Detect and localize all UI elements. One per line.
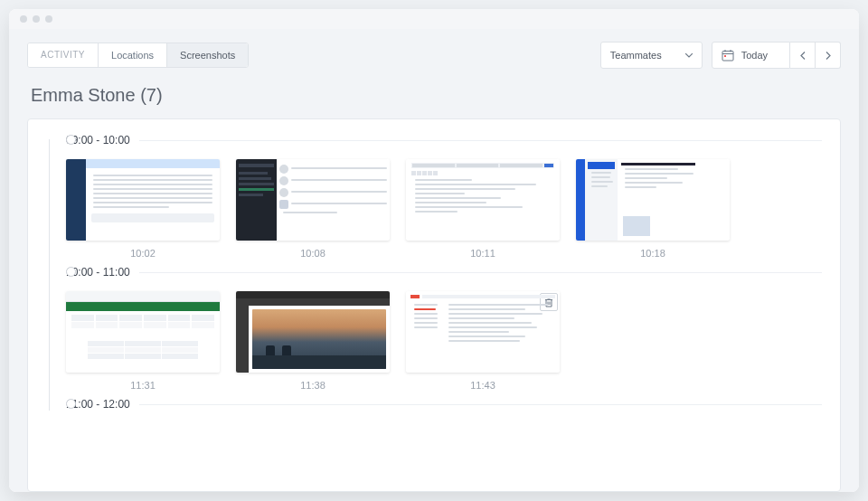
teammates-label: Teammates	[610, 50, 662, 61]
date-prev-button[interactable]	[790, 42, 816, 69]
screenshot-thumb	[236, 159, 390, 241]
tab-activity[interactable]: ACTIVITY	[28, 43, 98, 67]
window-dot	[33, 15, 40, 23]
screenshot-thumb	[406, 159, 560, 241]
screenshot-item[interactable]: 10:08	[236, 159, 390, 259]
view-tabs: ACTIVITY Locations Screenshots	[27, 43, 249, 68]
screenshot-item[interactable]: 10:02	[66, 159, 220, 259]
teammates-select[interactable]: Teammates	[600, 42, 703, 69]
timeline-node	[66, 399, 76, 409]
top-bar: ACTIVITY Locations Screenshots Teammates…	[27, 42, 841, 69]
time-section: 10:00 - 11:00	[66, 266, 822, 391]
timeline-node	[66, 135, 76, 145]
timeline-node	[66, 267, 76, 277]
svg-rect-0	[722, 52, 733, 61]
screenshot-thumb	[406, 291, 560, 373]
date-label: Today	[741, 50, 768, 61]
chevron-right-icon	[826, 52, 831, 60]
screenshot-item[interactable]: 11:43	[406, 291, 560, 391]
date-picker: Today	[712, 42, 841, 69]
screenshot-time: 11:38	[236, 380, 390, 391]
screenshot-item[interactable]: 10:11	[406, 159, 560, 259]
screenshot-item[interactable]: 11:38	[236, 291, 390, 391]
screenshot-row: 10:02	[66, 159, 822, 259]
time-section: 09:00 - 10:00	[66, 134, 822, 259]
screenshot-thumb	[66, 159, 220, 241]
screenshot-item[interactable]: 11:31	[66, 291, 220, 391]
svg-rect-4	[724, 55, 726, 57]
timeline-rail	[49, 139, 50, 411]
divider	[139, 140, 822, 141]
screenshot-thumb	[576, 159, 730, 241]
window-dot	[45, 15, 52, 23]
screenshot-time: 11:31	[66, 380, 220, 391]
screenshot-thumb	[66, 291, 220, 373]
app-window: ACTIVITY Locations Screenshots Teammates…	[9, 9, 859, 492]
calendar-icon	[722, 49, 734, 61]
tab-screenshots[interactable]: Screenshots	[166, 43, 248, 67]
screenshot-time: 10:08	[236, 248, 390, 259]
time-header: 09:00 - 10:00	[66, 134, 822, 147]
time-header: 11:00 - 12:00	[66, 398, 822, 411]
window-dot	[20, 15, 27, 23]
divider	[139, 404, 822, 405]
filter-controls: Teammates Today	[600, 42, 841, 69]
tab-locations[interactable]: Locations	[98, 43, 166, 67]
time-section: 11:00 - 12:00	[66, 398, 822, 411]
date-display[interactable]: Today	[712, 42, 790, 69]
screenshot-thumb	[236, 291, 390, 373]
timeline: 09:00 - 10:00	[44, 134, 822, 411]
chevron-left-icon	[800, 52, 806, 60]
screenshots-panel: 09:00 - 10:00	[27, 118, 841, 492]
page-content: ACTIVITY Locations Screenshots Teammates…	[9, 29, 859, 492]
screenshot-time: 10:18	[576, 248, 730, 259]
divider	[139, 272, 822, 273]
caret-down-icon	[685, 53, 693, 58]
page-title: Emma Stone (7)	[31, 85, 837, 106]
window-titlebar	[9, 9, 859, 29]
screenshot-time: 10:11	[406, 248, 560, 259]
date-next-button[interactable]	[816, 42, 841, 69]
screenshot-time: 10:02	[66, 248, 220, 259]
time-header: 10:00 - 11:00	[66, 266, 822, 279]
screenshot-time: 11:43	[406, 380, 560, 391]
screenshot-item[interactable]: 10:18	[576, 159, 730, 259]
screenshot-row: 11:31	[66, 291, 822, 391]
